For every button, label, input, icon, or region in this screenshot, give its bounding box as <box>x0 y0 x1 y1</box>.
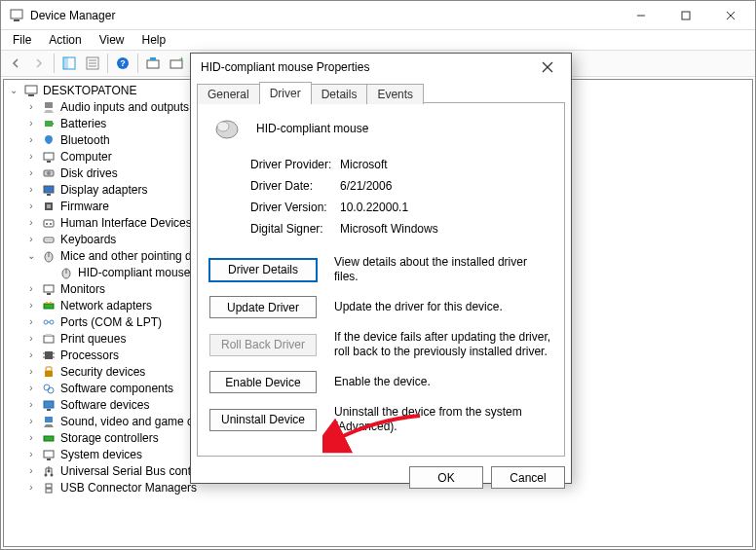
roll-back-driver-desc: If the device fails after updating the d… <box>334 330 552 359</box>
expand-icon[interactable]: › <box>25 399 37 410</box>
expand-icon[interactable]: › <box>25 234 37 244</box>
svg-point-60 <box>44 385 50 390</box>
device-header: HID-compliant mouse <box>211 117 550 140</box>
expand-icon[interactable]: › <box>25 349 37 360</box>
device-name: HID-compliant mouse <box>256 122 368 135</box>
expand-icon[interactable]: › <box>25 482 37 493</box>
expand-icon[interactable]: › <box>25 366 37 377</box>
svg-rect-7 <box>63 57 68 69</box>
category-icon <box>41 397 57 413</box>
forward-button[interactable] <box>28 53 50 74</box>
svg-point-48 <box>44 320 48 324</box>
svg-rect-20 <box>45 102 53 108</box>
ok-button[interactable]: OK <box>409 466 483 489</box>
tab-events[interactable]: Events <box>366 84 424 104</box>
expand-icon[interactable]: › <box>25 383 37 393</box>
properties-icon[interactable] <box>82 53 103 74</box>
expand-icon[interactable]: › <box>25 465 37 476</box>
dialog-close-button[interactable] <box>528 54 567 81</box>
category-icon <box>41 314 57 330</box>
tree-category-label: Network adapters <box>60 299 152 312</box>
expand-icon[interactable]: › <box>25 316 37 327</box>
expand-icon[interactable]: › <box>25 449 37 459</box>
tree-category-label: Human Interface Devices <box>60 216 192 230</box>
expand-icon[interactable]: › <box>25 184 37 195</box>
tree-category-label: Storage controllers <box>60 431 159 445</box>
svg-rect-18 <box>25 86 37 93</box>
category-icon <box>41 430 57 446</box>
tab-general[interactable]: General <box>197 84 260 104</box>
expand-icon[interactable]: › <box>25 201 37 211</box>
tree-category-label: Firmware <box>60 200 109 213</box>
minimize-button[interactable] <box>619 1 663 30</box>
svg-rect-1 <box>14 19 19 21</box>
tree-category-label: Disk drives <box>60 166 118 180</box>
tree-category-label: Software devices <box>60 398 149 412</box>
category-icon <box>41 331 57 347</box>
menu-action[interactable]: Action <box>41 31 89 49</box>
provider-label: Driver Provider: <box>250 158 340 171</box>
svg-rect-52 <box>46 334 52 336</box>
menu-view[interactable]: View <box>92 31 132 49</box>
tree-category-label: Audio inputs and outputs <box>60 100 189 114</box>
svg-rect-59 <box>45 371 53 377</box>
svg-rect-3 <box>682 12 690 19</box>
expand-icon[interactable]: › <box>25 118 37 128</box>
expand-icon[interactable]: › <box>25 167 37 178</box>
cancel-button[interactable]: Cancel <box>491 466 565 489</box>
driver-details-button[interactable]: Driver Details <box>209 259 317 281</box>
maximize-button[interactable] <box>663 1 708 30</box>
help-icon[interactable]: ? <box>112 53 133 74</box>
tab-driver[interactable]: Driver <box>259 82 312 103</box>
tree-category-label: Batteries <box>60 117 106 130</box>
expand-icon[interactable]: › <box>25 333 37 344</box>
close-button[interactable] <box>708 1 753 30</box>
svg-rect-22 <box>52 123 54 125</box>
scan-hardware-icon[interactable] <box>142 53 164 74</box>
tree-category-label: Monitors <box>60 282 105 296</box>
svg-point-77 <box>217 122 229 131</box>
dialog-title: HID-compliant mouse Properties <box>201 60 528 74</box>
category-icon <box>41 149 57 165</box>
tree-category-label: Ports (COM & LPT) <box>60 315 162 329</box>
update-driver-button[interactable]: Update Driver <box>209 296 317 318</box>
expand-icon[interactable]: › <box>25 101 37 112</box>
category-icon <box>41 348 57 363</box>
svg-rect-23 <box>44 153 54 160</box>
uninstall-device-desc: Uninstall the device from the system (Ad… <box>334 405 552 434</box>
category-icon <box>41 248 57 264</box>
category-icon <box>41 165 57 181</box>
category-icon <box>41 298 57 313</box>
dialog-titlebar: HID-compliant mouse Properties <box>191 54 571 81</box>
svg-rect-53 <box>45 351 53 359</box>
tree-category-label: Print queues <box>60 332 126 346</box>
expand-icon[interactable]: › <box>25 283 37 294</box>
dialog-actions: OK Cancel <box>191 462 571 496</box>
window-title: Device Manager <box>30 9 619 22</box>
category-icon <box>41 182 57 198</box>
tab-details[interactable]: Details <box>311 84 368 104</box>
svg-point-70 <box>48 469 51 472</box>
expand-icon[interactable]: › <box>25 134 37 145</box>
expand-icon[interactable]: › <box>25 432 37 443</box>
add-legacy-hardware-icon[interactable]: + <box>166 53 187 74</box>
svg-rect-28 <box>47 194 51 196</box>
signer-value: Microsoft Windows <box>340 222 438 236</box>
expand-icon[interactable]: › <box>25 217 37 228</box>
menu-file[interactable]: File <box>5 31 39 49</box>
expand-icon[interactable]: › <box>25 416 37 426</box>
expand-icon[interactable]: › <box>25 151 37 162</box>
collapse-icon[interactable]: ⌄ <box>8 85 19 95</box>
menu-help[interactable]: Help <box>134 31 174 49</box>
menubar: File Action View Help <box>1 30 755 50</box>
svg-point-68 <box>45 473 48 476</box>
svg-rect-62 <box>44 401 54 408</box>
show-hide-console-tree-icon[interactable] <box>58 53 80 74</box>
collapse-icon[interactable]: ⌄ <box>25 250 37 261</box>
back-button[interactable] <box>5 53 26 74</box>
expand-icon[interactable]: › <box>25 300 37 311</box>
svg-rect-15 <box>150 57 156 60</box>
tree-category-label: USB Connector Managers <box>60 481 197 495</box>
uninstall-device-button[interactable]: Uninstall Device <box>209 409 317 431</box>
enable-device-button[interactable]: Enable Device <box>209 371 317 393</box>
